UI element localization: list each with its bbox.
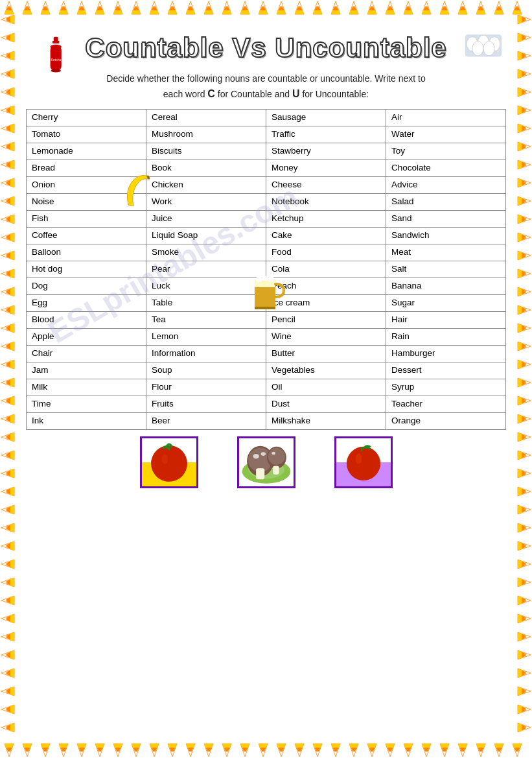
svg-marker-0 [1, 1, 12, 13]
table-cell: Tea [146, 311, 266, 328]
table-cell: Fish [27, 210, 146, 227]
table-cell: Sandwich [386, 227, 506, 244]
table-cell: Air [386, 109, 506, 126]
table-cell: Pencil [266, 311, 386, 328]
table-cell: Notebook [266, 193, 386, 210]
apple-image [334, 436, 393, 488]
table-cell: Dessert [386, 362, 506, 379]
table-cell: Traffic [266, 126, 386, 143]
svg-point-19 [256, 277, 262, 282]
table-cell: Ketchup [266, 210, 386, 227]
table-cell: Blood [27, 311, 146, 328]
page-title: Countable Vs Uncountable [26, 32, 506, 64]
table-cell: Juice [146, 210, 266, 227]
table-cell: Teacher [386, 396, 506, 412]
table-cell: Hot dog [27, 261, 146, 278]
svg-rect-18 [255, 307, 275, 309]
table-cell: Cherry [27, 109, 146, 126]
table-cell: Liquid Soap [146, 227, 266, 244]
table-cell: Milkshake [266, 412, 386, 429]
table-cell: Time [27, 396, 146, 412]
svg-point-20 [262, 276, 268, 281]
table-cell: Dust [266, 396, 386, 412]
beer-mug-icon [251, 270, 287, 312]
svg-rect-5 [52, 41, 59, 43]
banana-icon [122, 172, 153, 210]
table-cell: Soup [146, 362, 266, 379]
svg-point-33 [268, 448, 284, 465]
ketchup-icon: Ketchup [45, 36, 68, 75]
table-cell: Meat [386, 244, 506, 261]
svg-rect-35 [273, 466, 279, 475]
svg-text:Ketchup: Ketchup [51, 58, 64, 62]
table-cell: Ink [27, 412, 146, 429]
table-cell: Food [266, 244, 386, 261]
table-cell: Rain [386, 328, 506, 345]
tomato-image [140, 436, 198, 488]
svg-marker-1 [2, 3, 11, 13]
svg-point-24 [161, 455, 167, 464]
table-cell: Chair [27, 345, 146, 362]
svg-point-23 [151, 445, 187, 482]
table-cell: Butter [266, 345, 386, 362]
table-cell: Water [386, 126, 506, 143]
table-cell: Sausage [266, 109, 386, 126]
table-cell: Luck [146, 278, 266, 294]
table-cell: Pear [146, 261, 266, 278]
svg-point-37 [346, 447, 380, 480]
svg-marker-3 [5, 3, 8, 13]
table-cell: Coffee [27, 227, 146, 244]
table-cell: Information [146, 345, 266, 362]
table-cell: Cereal [146, 109, 266, 126]
table-cell: Table [146, 294, 266, 311]
table-cell: Chicken [146, 176, 266, 193]
table-cell: Wine [266, 328, 386, 345]
table-cell: Sugar [386, 294, 506, 311]
table-cell: Dog [27, 278, 146, 294]
bottom-images [26, 436, 506, 492]
table-cell: Biscuits [146, 143, 266, 160]
svg-marker-2 [3, 3, 10, 13]
svg-point-14 [472, 41, 483, 56]
table-cell: Flour [146, 379, 266, 396]
table-cell: Money [266, 160, 386, 176]
table-cell: Jam [27, 362, 146, 379]
table-cell: Milk [27, 379, 146, 396]
svg-rect-4 [54, 37, 58, 41]
table-cell: Oil [266, 379, 386, 396]
table-cell: Stawberry [266, 143, 386, 160]
table-cell: Cake [266, 227, 386, 244]
svg-rect-31 [256, 468, 264, 479]
table-cell: Syrup [386, 379, 506, 396]
table-cell: Work [146, 193, 266, 210]
table-cell: Advice [386, 176, 506, 193]
svg-point-15 [483, 41, 494, 56]
table-cell: Hamburger [386, 345, 506, 362]
table-cell: Lemonade [27, 143, 146, 160]
table-cell: Apple [27, 328, 146, 345]
table-cell: Vegetables [266, 362, 386, 379]
table-cell: Sand [386, 210, 506, 227]
svg-point-38 [355, 453, 361, 464]
table-cell: Beer [146, 412, 266, 429]
table-cell: Fruits [146, 396, 266, 412]
svg-point-29 [253, 454, 259, 458]
svg-point-30 [260, 452, 265, 456]
svg-point-34 [272, 452, 275, 455]
table-cell: Book [146, 160, 266, 176]
table-cell: Smoke [146, 244, 266, 261]
table-cell: Egg [27, 294, 146, 311]
table-cell: Orange [386, 412, 506, 429]
mushroom-image [237, 436, 295, 488]
svg-point-9 [51, 69, 61, 72]
table-cell: Salad [386, 193, 506, 210]
svg-point-21 [268, 277, 274, 282]
table-cell: Salt [386, 261, 506, 278]
instructions: Decide whether the following nouns are c… [26, 71, 506, 102]
table-cell: Chocolate [386, 160, 506, 176]
table-cell: Balloon [27, 244, 146, 261]
table-cell: Toy [386, 143, 506, 160]
table-cell: Hair [386, 311, 506, 328]
table-cell: Lemon [146, 328, 266, 345]
table-cell: Banana [386, 278, 506, 294]
